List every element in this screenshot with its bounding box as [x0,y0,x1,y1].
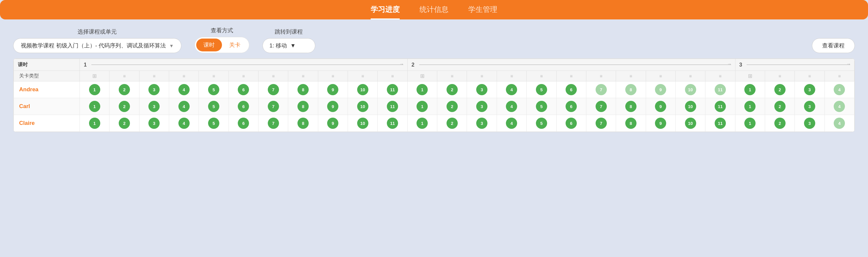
jump-course-dropdown[interactable]: 1: 移动 ▼ [262,38,315,53]
progress-circle[interactable]: 9 [327,101,338,112]
progress-circle[interactable]: 7 [596,84,607,95]
progress-circle[interactable]: 4 [506,101,517,112]
nav-item-students[interactable]: 学生管理 [468,5,497,20]
student-name[interactable]: Andrea [14,82,80,98]
student-name[interactable]: Claire [14,115,80,132]
nav-item-stats[interactable]: 统计信息 [420,5,448,20]
student-name[interactable]: Carl [14,98,80,115]
type-icon-list-1-2: ≡ [139,71,169,82]
progress-circle[interactable]: 5 [536,101,547,112]
progress-circle[interactable]: 3 [148,84,160,95]
toggle-checkpoint[interactable]: 关卡 [222,38,248,52]
progress-circle[interactable]: 6 [238,84,249,95]
progress-circle[interactable]: 3 [804,101,815,112]
progress-circle[interactable]: 1 [89,118,100,129]
nav-item-progress[interactable]: 学习进度 [371,5,400,20]
course-select-dropdown[interactable]: 视频教学课程 初级入门（上）- 代码序列、调试及循环算法 ▼ [13,38,181,53]
progress-circle[interactable]: 4 [506,118,517,129]
progress-circle[interactable]: 5 [536,118,547,129]
progress-circle[interactable]: 4 [834,84,845,95]
progress-circle[interactable]: 8 [298,101,309,112]
lesson-header-row: 课时 1 2 3 [14,59,855,71]
progress-circle[interactable]: 1 [89,84,100,95]
table-row: Andrea123456789101112345678910111234 [14,82,855,98]
progress-circle[interactable]: 11 [715,118,726,129]
progress-circle[interactable]: 1 [89,101,100,112]
type-icon-list-2-5: ≡ [556,71,586,82]
list-icon: ≡ [391,73,394,79]
progress-circle[interactable]: 6 [566,118,577,129]
student-0-l2-step-10: 10 [675,82,705,98]
progress-circle[interactable]: 2 [774,101,785,112]
progress-circle[interactable]: 8 [298,84,309,95]
progress-circle[interactable]: 3 [476,101,488,112]
progress-circle[interactable]: 1 [416,101,428,112]
progress-circle[interactable]: 3 [148,118,160,129]
progress-circle[interactable]: 7 [268,118,279,129]
progress-circle[interactable]: 8 [298,118,309,129]
progress-circle[interactable]: 10 [685,101,696,112]
progress-circle[interactable]: 4 [834,101,845,112]
progress-circle[interactable]: 1 [744,118,755,129]
progress-circle[interactable]: 7 [596,101,607,112]
progress-circle[interactable]: 3 [804,118,815,129]
jump-label: 跳转到课程 [262,28,315,36]
student-2-l1-step-2: 2 [110,115,139,132]
progress-circle[interactable]: 7 [268,101,279,112]
progress-circle[interactable]: 4 [506,84,517,95]
progress-circle[interactable]: 10 [685,84,696,95]
progress-circle[interactable]: 5 [208,84,219,95]
type-icon-list-3-1: ≡ [765,71,795,82]
progress-circle[interactable]: 11 [715,101,726,112]
progress-circle[interactable]: 1 [744,84,755,95]
progress-circle[interactable]: 11 [387,118,398,129]
progress-circle[interactable]: 9 [655,101,666,112]
progress-circle[interactable]: 1 [744,101,755,112]
progress-circle[interactable]: 1 [416,118,428,129]
progress-circle[interactable]: 9 [327,84,338,95]
progress-circle[interactable]: 8 [625,84,637,95]
progress-circle[interactable]: 6 [566,101,577,112]
progress-circle[interactable]: 4 [834,118,845,129]
progress-circle[interactable]: 2 [446,118,458,129]
progress-circle[interactable]: 2 [446,101,458,112]
toggle-lesson[interactable]: 课时 [196,38,222,52]
lesson-3-number: 3 [739,62,742,68]
progress-circle[interactable]: 10 [357,84,368,95]
progress-circle[interactable]: 6 [238,101,249,112]
progress-circle[interactable]: 6 [566,84,577,95]
progress-circle[interactable]: 5 [208,101,219,112]
progress-circle[interactable]: 8 [625,101,637,112]
progress-circle[interactable]: 10 [685,118,696,129]
view-course-button[interactable]: 查看课程 [812,38,855,53]
progress-circle[interactable]: 10 [357,118,368,129]
progress-circle[interactable]: 7 [596,118,607,129]
progress-circle[interactable]: 2 [119,118,130,129]
progress-circle[interactable]: 2 [446,84,458,95]
progress-circle[interactable]: 9 [327,118,338,129]
progress-circle[interactable]: 3 [476,84,488,95]
progress-circle[interactable]: 10 [357,101,368,112]
progress-circle[interactable]: 2 [119,84,130,95]
progress-circle[interactable]: 4 [178,84,190,95]
student-2-l2-step-1: 1 [407,115,437,132]
progress-circle[interactable]: 2 [774,118,785,129]
progress-circle[interactable]: 1 [416,84,428,95]
progress-circle[interactable]: 5 [208,118,219,129]
progress-circle[interactable]: 11 [715,84,726,95]
progress-circle[interactable]: 9 [655,118,666,129]
progress-circle[interactable]: 4 [178,101,190,112]
progress-circle[interactable]: 11 [387,84,398,95]
progress-circle[interactable]: 3 [804,84,815,95]
progress-circle[interactable]: 5 [536,84,547,95]
progress-circle[interactable]: 4 [178,118,190,129]
progress-circle[interactable]: 3 [148,101,160,112]
progress-circle[interactable]: 6 [238,118,249,129]
progress-circle[interactable]: 9 [655,84,666,95]
progress-circle[interactable]: 11 [387,101,398,112]
progress-circle[interactable]: 7 [268,84,279,95]
progress-circle[interactable]: 2 [774,84,785,95]
progress-circle[interactable]: 2 [119,101,130,112]
progress-circle[interactable]: 3 [476,118,488,129]
progress-circle[interactable]: 8 [625,118,637,129]
